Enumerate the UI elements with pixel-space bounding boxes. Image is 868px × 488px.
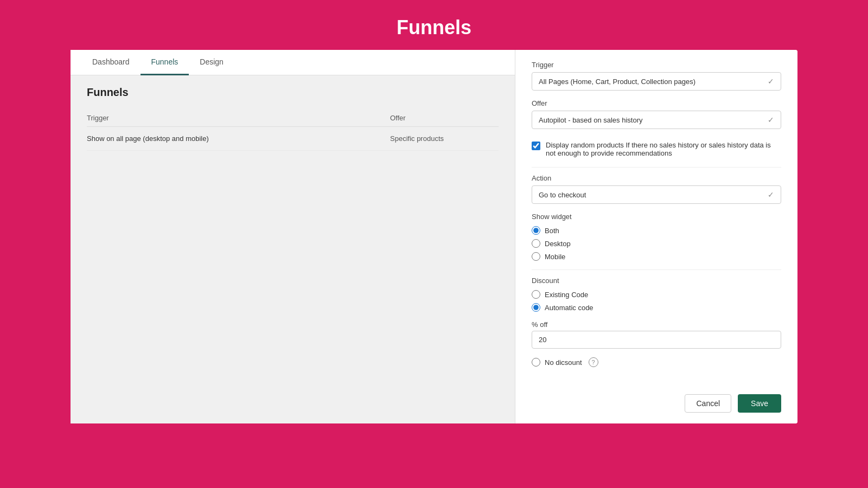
show-widget-both-row: Both (532, 226, 781, 235)
trigger-select[interactable]: All Pages (Home, Cart, Product, Collecti… (532, 72, 781, 91)
discount-automatic-label: Automatic code (545, 304, 593, 312)
percent-off-label: % off (532, 320, 781, 329)
discount-automatic-row: Automatic code (532, 303, 781, 312)
table-header: Trigger Offer (87, 110, 499, 127)
show-widget-mobile-radio[interactable] (532, 252, 540, 261)
offer-label: Offer (532, 99, 781, 107)
row-offer: Specific products (390, 134, 499, 143)
tab-dashboard[interactable]: Dashboard (81, 50, 141, 75)
action-select[interactable]: Go to checkout ✓ (532, 185, 781, 204)
discount-existing-row: Existing Code (532, 290, 781, 299)
divider1 (532, 167, 781, 168)
offer-chevron-icon: ✓ (768, 115, 774, 124)
tab-funnels[interactable]: Funnels (141, 50, 189, 75)
offer-select[interactable]: Autopilot - based on sales history ✓ (532, 111, 781, 129)
trigger-group: Trigger All Pages (Home, Cart, Product, … (532, 61, 781, 91)
no-discount-help-icon[interactable]: ? (589, 357, 598, 367)
show-widget-radio-group: Both Desktop Mobile (532, 224, 781, 261)
left-content: Funnels Trigger Offer Show on all page (… (71, 75, 515, 162)
show-widget-desktop-radio[interactable] (532, 239, 540, 248)
trigger-label: Trigger (532, 61, 781, 69)
action-value: Go to checkout (539, 191, 586, 199)
show-widget-desktop-label: Desktop (545, 240, 571, 248)
discount-radio-group: Existing Code Automatic code (532, 288, 781, 312)
save-button[interactable]: Save (738, 394, 781, 413)
tab-design[interactable]: Design (189, 50, 234, 75)
col-offer-header: Offer (390, 114, 499, 122)
no-discount-radio[interactable] (532, 358, 540, 367)
discount-group: Discount Existing Code Automatic code (532, 277, 781, 312)
no-discount-row: No dicsount ? (532, 357, 781, 367)
row-trigger: Show on all page (desktop and mobile) (87, 134, 390, 143)
nav-tabs: Dashboard Funnels Design (71, 50, 515, 75)
cancel-button[interactable]: Cancel (685, 394, 731, 413)
show-widget-both-label: Both (545, 227, 559, 235)
trigger-value: All Pages (Home, Cart, Product, Collecti… (539, 78, 695, 86)
display-random-label: Display random products If there no sale… (546, 141, 781, 157)
left-panel: Dashboard Funnels Design Funnels Trigger… (71, 50, 515, 423)
table-row[interactable]: Show on all page (desktop and mobile) Sp… (87, 127, 499, 151)
no-discount-label: No dicsount (545, 358, 582, 367)
divider2 (532, 269, 781, 270)
show-widget-mobile-row: Mobile (532, 252, 781, 261)
page-title: Funnels (0, 0, 868, 50)
trigger-chevron-icon: ✓ (768, 77, 774, 86)
footer-buttons: Cancel Save (532, 383, 781, 413)
col-trigger-header: Trigger (87, 114, 390, 122)
display-random-checkbox-row: Display random products If there no sale… (532, 138, 781, 160)
offer-group: Offer Autopilot - based on sales history… (532, 99, 781, 129)
left-title: Funnels (87, 86, 499, 99)
show-widget-mobile-label: Mobile (545, 253, 565, 261)
discount-label: Discount (532, 277, 781, 285)
display-random-checkbox[interactable] (532, 142, 540, 150)
show-widget-group: Show widget Both Desktop Mobile (532, 213, 781, 261)
action-label: Action (532, 174, 781, 182)
show-widget-label: Show widget (532, 213, 781, 221)
discount-automatic-radio[interactable] (532, 303, 540, 312)
action-chevron-icon: ✓ (768, 190, 774, 199)
percent-off-input[interactable] (532, 331, 781, 349)
right-panel: Trigger All Pages (Home, Cart, Product, … (515, 50, 797, 423)
discount-existing-label: Existing Code (545, 291, 588, 299)
main-container: Dashboard Funnels Design Funnels Trigger… (71, 50, 797, 423)
offer-value: Autopilot - based on sales history (539, 116, 643, 124)
show-widget-both-radio[interactable] (532, 226, 540, 235)
show-widget-desktop-row: Desktop (532, 239, 781, 248)
discount-existing-radio[interactable] (532, 290, 540, 299)
action-group: Action Go to checkout ✓ (532, 174, 781, 204)
percent-off-group: % off (532, 320, 781, 349)
